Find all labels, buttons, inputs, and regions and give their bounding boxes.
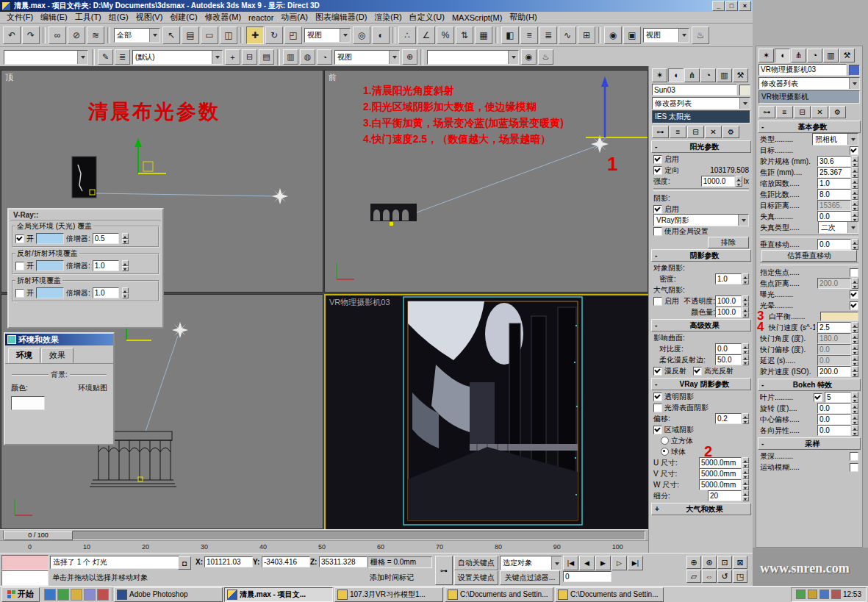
select-object-icon[interactable]: ↖: [162, 26, 180, 44]
environment-effects-dialog[interactable]: 环境和效果 环境 效果 背景: 颜色: 环境贴图: [4, 332, 115, 445]
latency-spinner[interactable]: [852, 355, 858, 366]
time-slider-button[interactable]: 0 / 100: [4, 531, 73, 540]
rotation-spinner[interactable]: [852, 403, 858, 414]
shutter-speed-spinner[interactable]: [852, 322, 858, 333]
close-button[interactable]: ×: [739, 1, 751, 11]
blades-checkbox[interactable]: [814, 393, 822, 402]
align-icon[interactable]: ≡: [520, 26, 538, 44]
color-amount-field[interactable]: 100.0: [715, 307, 742, 318]
menu-reactor[interactable]: reactor: [245, 13, 277, 22]
reference-coordinate-dropdown[interactable]: 视图: [304, 28, 351, 43]
smooth-surface-shadows-checkbox[interactable]: [653, 404, 662, 412]
viewport-camera[interactable]: VR物理摄影机03: [324, 294, 650, 531]
render-type-dropdown[interactable]: 视图: [643, 28, 689, 43]
sun-enable-checkbox[interactable]: [653, 155, 662, 164]
utilities-tab-icon[interactable]: ⚒: [839, 49, 855, 62]
material-icon[interactable]: ◉: [521, 49, 537, 65]
start-button[interactable]: 开始: [1, 587, 40, 602]
opacity-spinner[interactable]: [742, 295, 749, 307]
transparent-shadows-checkbox[interactable]: [653, 393, 662, 401]
select-and-scale-icon[interactable]: ◰: [284, 26, 302, 44]
percent-snap-icon[interactable]: %: [437, 26, 454, 44]
material-editor-icon[interactable]: ◉: [604, 26, 622, 44]
unlink-selection-icon[interactable]: ⊘: [68, 26, 85, 44]
z-coordinate-field[interactable]: 35311.328: [319, 556, 367, 567]
rollout-basic-parameters[interactable]: -基本参数: [758, 121, 861, 133]
distortion-field[interactable]: 0.0: [817, 211, 851, 222]
tray-icon-2[interactable]: [808, 590, 817, 599]
area-shadow-checkbox[interactable]: [653, 426, 662, 434]
chevron-down-icon[interactable]: [340, 29, 350, 42]
chevron-down-icon[interactable]: [847, 134, 858, 145]
w-size-spinner[interactable]: [742, 479, 749, 490]
u-size-spinner[interactable]: [742, 457, 749, 468]
refraction-color-swatch[interactable]: [36, 287, 64, 298]
taskbar-button-folder-2[interactable]: C:\Documents and Settin...: [445, 587, 553, 602]
box-radio[interactable]: [661, 437, 669, 445]
rollout-sun-parameters[interactable]: -阳光参数: [651, 140, 751, 153]
gi-multiplier-spinner[interactable]: [122, 233, 129, 244]
target-distance-spinner[interactable]: [852, 200, 858, 211]
targeted-checkbox[interactable]: [850, 146, 858, 155]
soften-diffuse-edge-field[interactable]: 50.0: [715, 354, 742, 365]
film-gate-spinner[interactable]: [852, 156, 858, 167]
chevron-down-icon[interactable]: [149, 29, 159, 42]
field-of-view-icon[interactable]: ▱: [686, 570, 701, 583]
menu-file[interactable]: 文件(F): [3, 12, 37, 23]
modifier-list-dropdown[interactable]: 修改器列表: [652, 97, 750, 110]
camera-type-dropdown[interactable]: 照相机: [812, 133, 858, 146]
layer-list-dropdown[interactable]: (默认): [132, 50, 223, 65]
quick-launch-icon-3[interactable]: [71, 589, 82, 601]
viewport-front[interactable]: 前 1.清晨阳光角度斜射 2.阳光区域阴影加大数值，使边缘模糊 3.白平衡加黄，…: [324, 70, 648, 293]
refraction-multiplier-spinner[interactable]: [122, 287, 129, 298]
rollout-vray-shadow-parameters[interactable]: -VRay 阴影参数: [651, 378, 751, 390]
tray-icon-4[interactable]: [831, 590, 841, 599]
display-toggle-icon[interactable]: ▥: [283, 49, 298, 65]
play-icon[interactable]: ▶: [595, 556, 611, 570]
zoom-extents-all-icon[interactable]: ⊠: [733, 556, 747, 569]
taskbar-button-folder-1[interactable]: 107.3月VR习作模型1...: [334, 587, 443, 602]
select-and-rotate-icon[interactable]: ↻: [265, 26, 283, 44]
contrast-spinner[interactable]: [742, 343, 749, 354]
menu-views[interactable]: 视图(V): [132, 12, 167, 23]
create-tab-icon[interactable]: ✶: [758, 49, 774, 62]
select-by-name-icon[interactable]: ▤: [182, 26, 199, 44]
configure-modifier-sets-icon[interactable]: ⚙: [722, 126, 739, 138]
motion-blur-checkbox[interactable]: [850, 463, 858, 472]
object-name-field[interactable]: Sun03: [652, 84, 737, 96]
quick-launch-icon-1[interactable]: [44, 589, 56, 601]
motion-tab-icon[interactable]: ◔: [700, 68, 716, 82]
named-selection-set-dropdown[interactable]: [4, 50, 88, 65]
diffuse-checkbox[interactable]: [653, 367, 662, 376]
show-end-result-icon[interactable]: ≡: [670, 126, 686, 138]
specify-focus-checkbox[interactable]: [850, 268, 858, 277]
atmosphere-enable-checkbox[interactable]: [653, 297, 662, 306]
center-bias-spinner[interactable]: [852, 414, 858, 425]
taskbar-button-photoshop[interactable]: Adobe Photoshop: [114, 587, 223, 602]
select-and-link-icon[interactable]: ∞: [49, 26, 66, 44]
rotation-field[interactable]: 0.0: [817, 403, 851, 414]
color-amount-spinner[interactable]: [742, 307, 749, 318]
rollout-bokeh-effects[interactable]: -Bokeh 特效: [758, 379, 861, 391]
viewport-label-top[interactable]: 顶: [5, 72, 13, 83]
use-pivot-center-icon[interactable]: ◎: [353, 26, 370, 44]
v-size-field[interactable]: 5000.0mm: [699, 468, 742, 479]
bind-to-spacewarp-icon[interactable]: ≋: [87, 26, 104, 44]
quick-launch-icon-5[interactable]: [97, 589, 109, 601]
make-unique-icon[interactable]: ⊟: [794, 106, 811, 118]
shutter-offset-spinner[interactable]: [852, 344, 858, 355]
f-number-field[interactable]: 8.0: [817, 189, 851, 200]
chevron-down-icon[interactable]: [212, 51, 222, 64]
selection-lock-icon[interactable]: ◘: [178, 556, 191, 570]
menu-edit[interactable]: 编辑(E): [37, 12, 71, 23]
quick-launch-icon-2[interactable]: [57, 589, 69, 601]
zoom-factor-field[interactable]: 1.0: [817, 178, 851, 189]
display-tab-icon[interactable]: ▥: [823, 49, 839, 62]
use-global-settings-checkbox[interactable]: [653, 227, 662, 236]
selection-filter-dropdown[interactable]: 全部: [114, 28, 160, 43]
chevron-down-icon[interactable]: [849, 78, 859, 89]
configure-modifier-sets-icon[interactable]: ⚙: [829, 106, 846, 118]
taskbar-button-folder-3[interactable]: C:\Documents and Settin...: [555, 587, 664, 602]
key-mode-dropdown[interactable]: 选定对象: [500, 556, 562, 570]
viewport-label-front[interactable]: 前: [329, 72, 337, 83]
